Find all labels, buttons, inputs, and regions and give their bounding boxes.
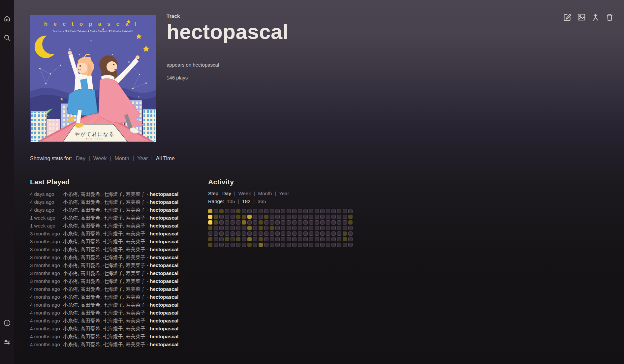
heatmap-cell[interactable] <box>292 226 296 230</box>
heatmap-cell[interactable] <box>309 215 313 219</box>
heatmap-cell[interactable] <box>315 220 319 225</box>
heatmap-cell[interactable] <box>253 220 257 225</box>
heatmap-cell[interactable] <box>315 209 319 213</box>
heatmap-cell[interactable] <box>348 220 353 225</box>
heatmap-cell[interactable] <box>337 226 341 230</box>
heatmap-cell[interactable] <box>225 220 229 225</box>
heatmap-cell[interactable] <box>270 209 274 213</box>
heatmap-cell[interactable] <box>264 209 268 213</box>
heatmap-cell[interactable] <box>292 231 296 236</box>
heatmap-cell[interactable] <box>309 237 313 241</box>
track-link[interactable]: hectopascal <box>150 247 178 252</box>
artist-links[interactable]: 小糸侑, 高田憂希, 七海燈子, 寿美菜子 <box>63 294 145 300</box>
heatmap-cell[interactable] <box>281 226 285 230</box>
heatmap-cell[interactable] <box>348 209 353 213</box>
play-time-link[interactable]: 4 months ago <box>30 318 63 326</box>
heatmap-cell[interactable] <box>320 209 325 213</box>
heatmap-cell[interactable] <box>287 209 291 213</box>
heatmap-cell[interactable] <box>253 226 257 230</box>
track-link[interactable]: hectopascal <box>150 294 178 300</box>
heatmap-cell[interactable] <box>303 226 308 230</box>
heatmap-cell[interactable] <box>292 209 296 213</box>
heatmap-cell[interactable] <box>275 226 280 230</box>
heatmap-cell[interactable] <box>315 237 319 241</box>
heatmap-cell[interactable] <box>208 209 212 213</box>
heatmap-cell[interactable] <box>270 231 274 236</box>
heatmap-cell[interactable] <box>208 220 212 225</box>
heatmap-cell[interactable] <box>231 237 235 241</box>
track-link[interactable]: hectopascal <box>150 342 178 347</box>
heatmap-cell[interactable] <box>343 231 347 236</box>
stats-option-year[interactable]: Year <box>137 156 148 161</box>
track-link[interactable]: hectopascal <box>150 239 178 244</box>
heatmap-cell[interactable] <box>219 226 224 230</box>
artist-links[interactable]: 小糸侑, 高田憂希, 七海燈子, 寿美菜子 <box>63 215 145 221</box>
stats-option-week[interactable]: Week <box>93 156 107 161</box>
heatmap-cell[interactable] <box>331 237 336 241</box>
heatmap-cell[interactable] <box>208 226 212 230</box>
heatmap-cell[interactable] <box>309 209 313 213</box>
artist-links[interactable]: 小糸侑, 高田憂希, 七海燈子, 寿美菜子 <box>63 207 145 213</box>
heatmap-cell[interactable] <box>320 237 325 241</box>
heatmap-cell[interactable] <box>320 226 325 230</box>
heatmap-cell[interactable] <box>236 220 240 225</box>
artist-links[interactable]: 小糸侑, 高田憂希, 七海燈子, 寿美菜子 <box>63 199 145 205</box>
heatmap-cell[interactable] <box>326 231 330 236</box>
artist-links[interactable]: 小糸侑, 高田憂希, 七海燈子, 寿美菜子 <box>63 262 145 268</box>
heatmap-cell[interactable] <box>214 226 218 230</box>
play-time-link[interactable]: 3 months ago <box>30 262 63 270</box>
play-time-link[interactable]: 3 months ago <box>30 270 63 278</box>
track-link[interactable]: hectopascal <box>150 278 178 284</box>
heatmap-cell[interactable] <box>315 215 319 219</box>
heatmap-cell[interactable] <box>264 243 268 247</box>
heatmap-cell[interactable] <box>214 243 218 247</box>
heatmap-cell[interactable] <box>247 237 252 241</box>
track-link[interactable]: hectopascal <box>150 270 178 276</box>
track-link[interactable]: hectopascal <box>150 199 178 205</box>
heatmap-cell[interactable] <box>320 243 325 247</box>
artist-links[interactable]: 小糸侑, 高田憂希, 七海燈子, 寿美菜子 <box>63 278 145 284</box>
step-option-month[interactable]: Month <box>258 191 272 196</box>
artist-links[interactable]: 小糸侑, 高田憂希, 七海燈子, 寿美菜子 <box>63 286 145 292</box>
play-time-link[interactable]: 4 months ago <box>30 310 63 318</box>
heatmap-cell[interactable] <box>219 237 224 241</box>
artist-links[interactable]: 小糸侑, 高田憂希, 七海燈子, 寿美菜子 <box>63 326 145 331</box>
heatmap-cell[interactable] <box>253 243 257 247</box>
artist-links[interactable]: 小糸侑, 高田憂希, 七海燈子, 寿美菜子 <box>63 247 145 252</box>
heatmap-cell[interactable] <box>303 231 308 236</box>
heatmap-cell[interactable] <box>275 215 280 219</box>
heatmap-cell[interactable] <box>281 220 285 225</box>
heatmap-cell[interactable] <box>287 226 291 230</box>
track-link[interactable]: hectopascal <box>150 262 178 268</box>
stats-option-month[interactable]: Month <box>115 156 129 161</box>
heatmap-cell[interactable] <box>331 243 336 247</box>
heatmap-cell[interactable] <box>315 243 319 247</box>
track-link[interactable]: hectopascal <box>150 215 178 221</box>
play-time-link[interactable]: 4 months ago <box>30 302 63 310</box>
heatmap-cell[interactable] <box>298 220 302 225</box>
heatmap-cell[interactable] <box>231 209 235 213</box>
heatmap-cell[interactable] <box>348 231 353 236</box>
artist-links[interactable]: 小糸侑, 高田憂希, 七海燈子, 寿美菜子 <box>63 231 145 236</box>
track-link[interactable]: hectopascal <box>150 310 178 316</box>
heatmap-cell[interactable] <box>242 209 246 213</box>
heatmap-cell[interactable] <box>253 231 257 236</box>
heatmap-cell[interactable] <box>331 226 336 230</box>
heatmap-cell[interactable] <box>219 209 224 213</box>
heatmap-cell[interactable] <box>219 231 224 236</box>
heatmap-cell[interactable] <box>287 243 291 247</box>
heatmap-cell[interactable] <box>236 237 240 241</box>
track-link[interactable]: hectopascal <box>150 326 178 331</box>
heatmap-cell[interactable] <box>259 237 263 241</box>
heatmap-cell[interactable] <box>253 209 257 213</box>
heatmap-cell[interactable] <box>337 220 341 225</box>
heatmap-cell[interactable] <box>292 220 296 225</box>
heatmap-cell[interactable] <box>298 215 302 219</box>
heatmap-cell[interactable] <box>309 226 313 230</box>
heatmap-cell[interactable] <box>292 243 296 247</box>
artist-links[interactable]: 小糸侑, 高田憂希, 七海燈子, 寿美菜子 <box>63 223 145 228</box>
heatmap-cell[interactable] <box>348 226 353 230</box>
heatmap-cell[interactable] <box>326 237 330 241</box>
play-time-link[interactable]: 1 week ago <box>30 215 63 223</box>
heatmap-cell[interactable] <box>264 231 268 236</box>
